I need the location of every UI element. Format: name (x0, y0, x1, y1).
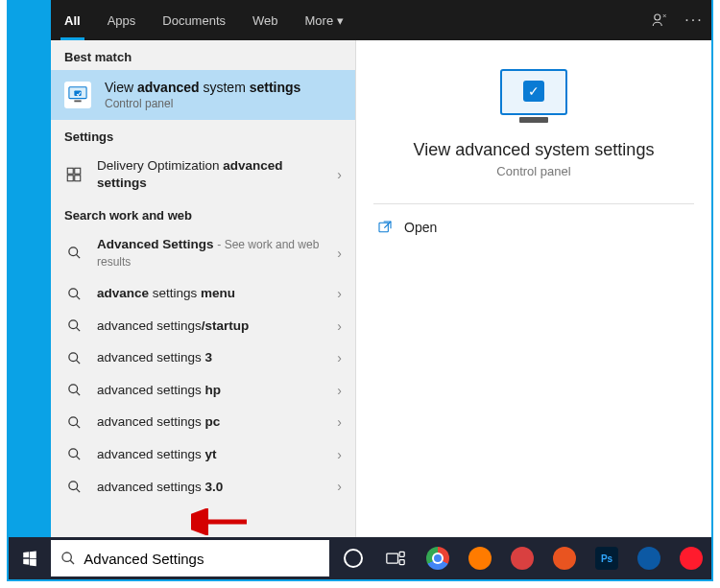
settings-icon (64, 166, 84, 183)
tab-all[interactable]: All (51, 0, 94, 40)
svg-point-13 (68, 417, 77, 426)
taskbar-search-box[interactable] (51, 540, 329, 576)
svg-rect-19 (399, 552, 404, 556)
open-label: Open (404, 220, 437, 235)
svg-point-10 (68, 320, 77, 329)
search-icon (64, 383, 84, 397)
taskbar-app-task-view[interactable] (375, 537, 416, 579)
taskbar: Ps (9, 537, 711, 579)
search-icon (64, 415, 84, 430)
web-result-6[interactable]: advanced settings yt› (51, 438, 355, 471)
result-label: Advanced Settings - See work and web res… (97, 236, 324, 270)
svg-point-11 (68, 353, 77, 362)
svg-point-17 (62, 553, 71, 561)
result-label: Delivery Optimization advanced settings (97, 157, 324, 191)
web-result-2[interactable]: advanced settings/startup› (51, 310, 355, 342)
result-label: advanced settings/startup (97, 318, 324, 335)
preview-title: View advanced system settings (356, 140, 711, 160)
svg-rect-20 (399, 560, 404, 565)
svg-rect-16 (379, 223, 388, 231)
start-button[interactable] (9, 537, 51, 579)
web-result-1[interactable]: advance settings menu› (51, 277, 355, 310)
taskbar-app-chrome[interactable] (418, 537, 458, 579)
svg-point-12 (68, 385, 77, 393)
svg-rect-6 (67, 175, 73, 180)
taskbar-app-firefox[interactable] (460, 537, 500, 579)
result-label: advanced settings hp (97, 382, 324, 399)
open-action[interactable]: Open (356, 204, 711, 250)
best-match-result[interactable]: View advanced system settings Control pa… (51, 70, 355, 120)
search-icon (64, 287, 84, 301)
chevron-right-icon: › (337, 167, 342, 182)
more-options-icon[interactable]: ··· (677, 0, 711, 40)
svg-rect-3 (74, 100, 81, 102)
web-result-7[interactable]: advanced settings 3.0› (51, 471, 355, 504)
taskbar-app-photoshop[interactable]: Ps (587, 537, 627, 579)
search-web-header: Search work and web (51, 199, 355, 228)
svg-point-0 (655, 14, 660, 20)
chevron-right-icon: › (337, 479, 342, 494)
monitor-icon (64, 82, 91, 108)
search-icon (64, 447, 84, 461)
best-match-subtitle: Control panel (105, 97, 300, 110)
chevron-right-icon: › (337, 414, 342, 430)
result-label: advanced settings 3 (97, 349, 324, 366)
search-icon (64, 318, 84, 333)
svg-point-8 (68, 247, 77, 256)
taskbar-app-opera[interactable] (671, 537, 711, 579)
chevron-right-icon: › (337, 318, 342, 334)
svg-rect-7 (75, 175, 81, 180)
search-scope-tabs: All Apps Documents Web More ▾ ··· (51, 0, 711, 40)
preview-monitor-icon: ✓ (500, 69, 567, 115)
settings-result-delivery-optimization[interactable]: Delivery Optimization advanced settings … (51, 150, 355, 199)
web-result-3[interactable]: advanced settings 3› (51, 341, 355, 374)
result-label: advanced settings pc (97, 413, 324, 431)
open-icon (377, 220, 393, 235)
svg-rect-5 (75, 168, 81, 174)
svg-point-14 (68, 449, 77, 458)
chevron-right-icon: › (337, 447, 342, 462)
search-icon (64, 246, 84, 260)
svg-point-15 (68, 482, 77, 490)
tab-web[interactable]: Web (239, 0, 292, 40)
taskbar-app-cortana[interactable] (333, 537, 373, 579)
result-label: advance settings menu (97, 285, 324, 302)
chevron-right-icon: › (337, 383, 342, 398)
chevron-right-icon: › (337, 246, 342, 261)
web-result-4[interactable]: advanced settings hp› (51, 374, 355, 407)
svg-rect-4 (67, 168, 73, 174)
svg-rect-18 (387, 553, 398, 563)
search-icon (64, 480, 84, 494)
annotation-arrow (191, 508, 249, 535)
search-input[interactable] (84, 551, 320, 567)
tab-apps[interactable]: Apps (94, 0, 150, 40)
search-results-panel: Best match View advanced system settings… (51, 40, 356, 537)
search-icon (60, 551, 76, 566)
chevron-right-icon: › (337, 350, 342, 365)
windows-icon (21, 550, 38, 567)
tab-documents[interactable]: Documents (149, 0, 239, 40)
taskbar-app-ubuntu[interactable] (544, 537, 585, 579)
taskbar-app-app-red[interactable] (502, 537, 542, 579)
blue-accent-strip (9, 0, 51, 579)
settings-header: Settings (51, 120, 355, 150)
web-result-0[interactable]: Advanced Settings - See work and web res… (51, 228, 355, 277)
result-label: advanced settings 3.0 (97, 479, 324, 496)
web-result-5[interactable]: advanced settings pc› (51, 406, 355, 438)
feedback-icon[interactable] (642, 0, 677, 40)
taskbar-app-edge[interactable] (629, 537, 669, 579)
result-label: advanced settings yt (97, 446, 324, 463)
chevron-right-icon: › (337, 286, 342, 301)
search-icon (64, 351, 84, 365)
preview-subtitle: Control panel (356, 164, 711, 178)
svg-point-9 (68, 288, 77, 296)
preview-pane: ✓ View advanced system settings Control … (356, 40, 711, 537)
tab-more[interactable]: More ▾ (292, 0, 357, 40)
best-match-header: Best match (51, 40, 355, 70)
best-match-title: View advanced system settings (105, 80, 300, 95)
